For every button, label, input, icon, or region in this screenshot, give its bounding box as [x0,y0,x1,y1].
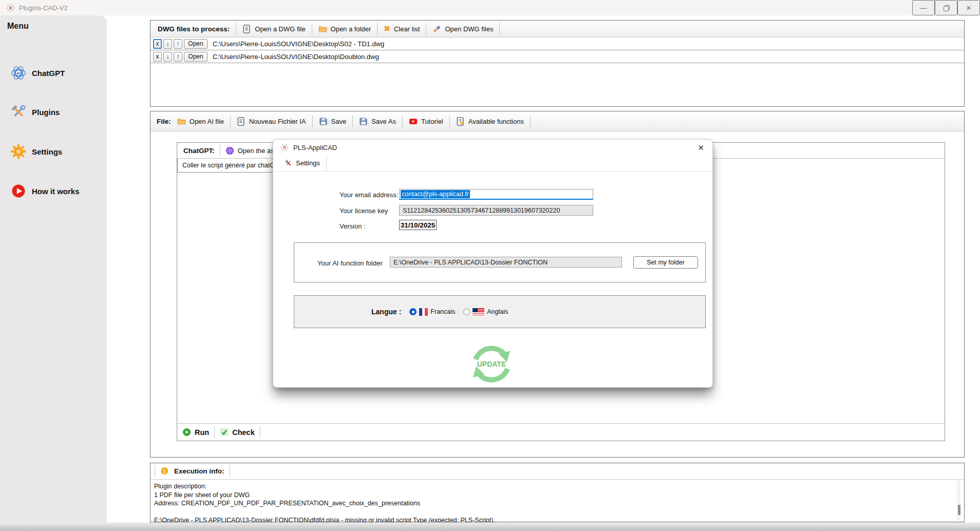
dialog-tabbar: Settings [273,155,712,172]
license-input[interactable]: S112128425360251305734671288991301960732… [399,205,593,216]
dwg-file-row: x ↓ ↑ Open C:\Users\Pierre-LouisSOUVIGNE… [150,50,964,63]
sidebar-item-settings[interactable]: Settings [10,143,62,160]
sidebar-item-plugins[interactable]: Plugins [10,104,60,120]
radio-unselected-icon [463,309,470,315]
button-label: Save As [371,118,396,125]
dwg-file-path: C:\Users\Pierre-LouisSOUVIGNE\Desktop\Do… [213,53,379,61]
set-my-folder-button[interactable]: Set my folder [633,256,698,269]
ai-folder-input[interactable]: E:\OneDrive - PLS APPLICAD\13-Dossier FO… [390,257,622,268]
open-row-button[interactable]: Open [184,39,208,49]
separator [236,23,236,35]
button-label: Open a DWG file [255,25,305,33]
restore-button[interactable] [935,0,957,15]
separator [220,144,220,157]
app-window: Plugins-CAD-V2 — ✕ Menu AI ChatGPT [0,0,980,531]
gear-icon [10,143,27,160]
separator [312,23,312,35]
check-button[interactable]: Check [220,428,255,437]
vertical-scrollbar[interactable] [956,480,960,521]
dwg-files-panel: DWG files to process: Open a DWG file Op… [150,20,965,107]
sidebar-item-how-it-works[interactable]: How it works [10,183,80,199]
open-folder-button[interactable]: Open a folder [318,25,371,33]
restore-icon [944,5,949,10]
nouveau-fichier-ia-button[interactable]: Nouveau Fichier IA [237,117,306,126]
folder-icon [177,117,186,126]
separator [426,23,426,35]
sidebar-heading: Menu [0,15,107,31]
assistant-icon [225,146,234,155]
button-label: Open DWG files [445,25,493,33]
email-value-selected: contact@pls-applicad.fr [401,190,470,198]
button-label: Open AI file [190,118,224,125]
floppy-icon [319,117,328,126]
scrollbar-thumb[interactable] [958,505,960,515]
language-group: Langue : Francais Anglais [294,295,706,328]
open-row-button[interactable]: Open [184,52,208,62]
update-circular-arrows-icon: UPDATE [468,340,515,388]
svg-text:UPDATE: UPDATE [477,360,506,368]
tools-icon [10,104,27,120]
move-up-button[interactable]: ↑ [174,39,182,49]
tab-label: Settings [296,159,320,167]
separator [377,23,378,35]
open-dwg-file-button[interactable]: Open a DWG file [242,25,305,33]
sidebar-item-chatgpt[interactable]: AI ChatGPT [10,65,65,81]
sidebar-item-label: Plugins [32,108,60,117]
open-dwg-files-button[interactable]: Open DWG files [432,25,493,33]
email-label: Your email address: [340,191,398,199]
tutoriel-button[interactable]: Tutoriel [409,117,443,126]
sidebar-item-label: Settings [32,147,62,156]
button-label: Save [331,118,347,125]
button-label: Check [232,428,255,437]
pls-applicad-dialog: PLS-AppliCAD ✕ Settings Your email addre… [273,139,713,388]
move-down-button[interactable]: ↓ [163,39,172,49]
window-controls: — ✕ [912,0,980,15]
dialog-close-button[interactable]: ✕ [698,143,704,153]
update-button[interactable]: UPDATE [468,340,515,388]
app-logo-icon [6,4,15,12]
window-bottom-edge [0,522,980,531]
separator [312,115,313,127]
available-functions-button[interactable]: Available functions [456,117,524,126]
separator [155,465,155,478]
separator [530,115,531,127]
check-icon [220,428,229,437]
save-as-button[interactable]: Save As [359,117,396,126]
floppy-icon [359,117,368,126]
remove-row-button[interactable]: x [153,39,162,49]
run-play-icon [182,428,191,437]
tab-settings[interactable]: Settings [278,155,327,171]
move-up-button[interactable]: ↑ [174,52,182,62]
move-down-button[interactable]: ↓ [163,52,172,62]
execution-info-panel: i Execution info: Plugin description: 1 … [150,463,965,522]
radio-option-anglais[interactable]: Anglais [463,308,508,316]
orange-x-icon: ✖ [384,24,390,33]
svg-text:i: i [164,468,165,474]
save-button[interactable]: Save [319,117,347,126]
separator [260,426,260,439]
minimize-button[interactable]: — [912,0,935,15]
separator [449,115,450,127]
radio-option-francais[interactable]: Francais [409,308,455,316]
tab-coller-script[interactable]: Coller le script généré par chatGPT [177,159,288,173]
france-flag-icon [419,308,428,316]
clear-list-button[interactable]: ✖ Clear list [384,24,420,33]
version-label: Version : [340,222,366,230]
close-button[interactable]: ✕ [957,0,980,15]
folder-icon [318,25,327,33]
remove-row-button[interactable]: x [153,52,162,62]
run-button[interactable]: Run [182,428,209,437]
open-ai-file-button[interactable]: Open AI file [177,117,224,126]
dwg-toolbar-title: DWG files to process: [158,25,230,33]
dialog-title: PLS-AppliCAD [293,144,337,151]
window-titlebar: Plugins-CAD-V2 — ✕ [0,0,980,15]
email-input[interactable]: contact@pls-applicad.fr [399,189,593,200]
chatgpt-label: ChatGPT: [183,147,215,155]
radio-selected-icon [409,308,417,315]
button-label: Run [195,428,209,437]
separator [499,23,500,35]
youtube-icon [10,183,27,199]
svg-text:AI: AI [16,71,21,75]
ai-folder-label: Your AI function folder [317,259,383,267]
license-label: Your license key [340,207,388,215]
